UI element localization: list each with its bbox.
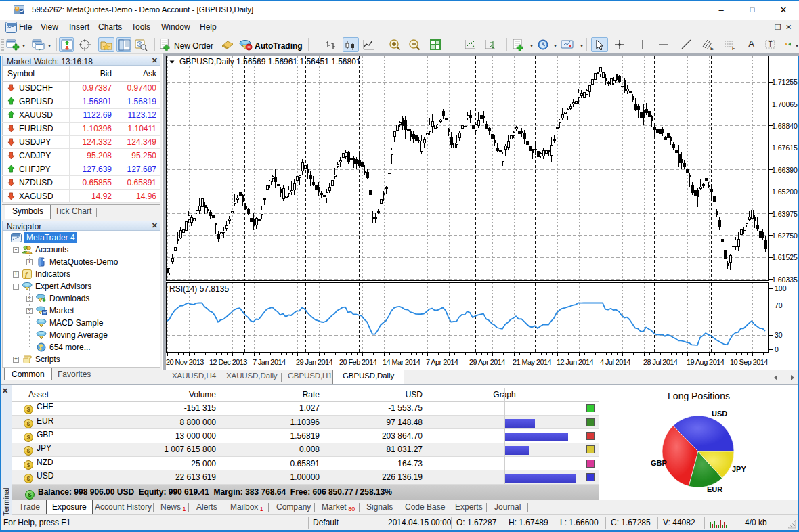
svg-text:GBP: GBP (651, 459, 667, 467)
svg-text:30: 30 (775, 331, 783, 339)
svg-text:EUR: EUR (707, 485, 722, 493)
svg-text:4 Jul 2014: 4 Jul 2014 (600, 358, 630, 366)
svg-text:1.71255: 1.71255 (772, 78, 798, 86)
svg-text:70: 70 (775, 301, 783, 309)
svg-text:19 Aug 2014: 19 Aug 2014 (687, 358, 725, 366)
svg-text:28 Jul 2014: 28 Jul 2014 (643, 358, 678, 366)
svg-text:1.62750: 1.62750 (772, 231, 798, 240)
svg-text:7 Jan 2014: 7 Jan 2014 (253, 358, 286, 366)
svg-text:100: 100 (775, 284, 787, 292)
svg-text:20 Nov 2013: 20 Nov 2013 (166, 358, 204, 366)
svg-text:GBPUSD,Daily 1.56569 1.56961: GBPUSD,Daily 1.56569 1.56961 1.56451 1.5… (179, 57, 361, 66)
svg-text:20 Feb 2014: 20 Feb 2014 (339, 358, 377, 366)
svg-text:1.61525: 1.61525 (772, 253, 798, 261)
svg-text:1.66390: 1.66390 (772, 166, 798, 174)
svg-text:USD: USD (712, 409, 727, 418)
svg-text:1.67615: 1.67615 (772, 143, 798, 152)
svg-text:10 Sep 2014: 10 Sep 2014 (730, 358, 768, 366)
svg-text:29 Apr 2014: 29 Apr 2014 (469, 358, 505, 366)
svg-text:7 Apr 2014: 7 Apr 2014 (426, 358, 458, 366)
svg-text:1.65200: 1.65200 (772, 187, 798, 196)
svg-text:1.60335: 1.60335 (772, 275, 798, 284)
svg-text:RSI(14) 57.8135: RSI(14) 57.8135 (169, 284, 229, 294)
svg-text:29 Jan 2014: 29 Jan 2014 (296, 358, 332, 366)
svg-text:1.63975: 1.63975 (772, 210, 798, 218)
svg-text:21 May 2014: 21 May 2014 (513, 358, 551, 366)
svg-text:1.70065: 1.70065 (772, 100, 798, 108)
svg-text:JPY: JPY (732, 465, 746, 473)
svg-text:12 Dec 2013: 12 Dec 2013 (209, 358, 247, 366)
svg-text:0: 0 (775, 345, 779, 353)
svg-text:12 Jun 2014: 12 Jun 2014 (557, 358, 593, 366)
svg-text:1.68840: 1.68840 (772, 122, 798, 130)
svg-text:14 Mar 2014: 14 Mar 2014 (383, 358, 420, 366)
